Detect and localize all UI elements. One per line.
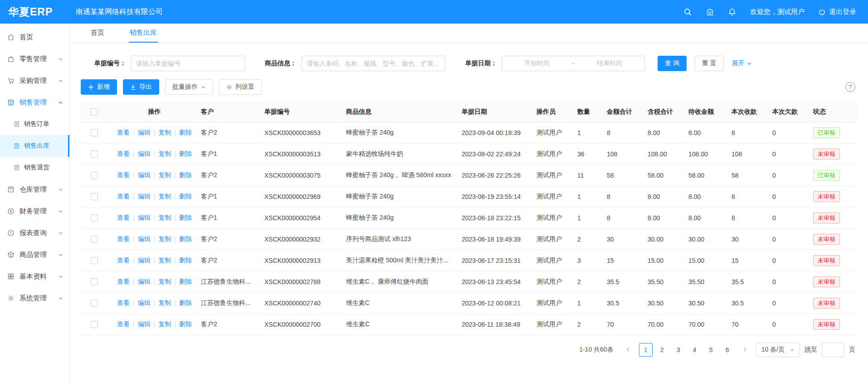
tab-home[interactable]: 首页 [90, 24, 105, 43]
row-action-delete[interactable]: 删除 [179, 278, 192, 285]
row-action-copy[interactable]: 复制 [158, 214, 171, 221]
sidebar-item-report[interactable]: 报表查询 [0, 222, 69, 244]
sidebar-item-sales-return[interactable]: 销售退货 [0, 157, 69, 179]
row-action-view[interactable]: 查看 [117, 193, 130, 200]
logout-button[interactable]: 退出登录 [818, 8, 856, 16]
row-action-view[interactable]: 查看 [117, 299, 130, 306]
row-action-delete[interactable]: 删除 [179, 235, 192, 242]
export-button[interactable]: 导出 [123, 79, 159, 95]
sidebar-item-retail[interactable]: 零售管理 [0, 48, 69, 70]
row-action-copy[interactable]: 复制 [158, 193, 171, 200]
page-button-2[interactable]: 2 [655, 343, 669, 357]
sidebar-item-purchase[interactable]: 采购管理 [0, 70, 69, 92]
jump-page-input[interactable] [822, 343, 844, 357]
prev-page-button[interactable] [622, 343, 634, 357]
row-action-delete[interactable]: 删除 [179, 214, 192, 221]
row-checkbox[interactable] [91, 172, 98, 179]
row-action-edit[interactable]: 编辑 [138, 299, 151, 306]
sidebar-item-basic[interactable]: 基本资料 [0, 266, 69, 287]
sidebar-item-warehouse[interactable]: 仓库管理 [0, 179, 69, 200]
row-action-copy[interactable]: 复制 [158, 278, 171, 285]
row-action-view[interactable]: 查看 [117, 129, 130, 136]
row-checkbox[interactable] [91, 214, 98, 222]
goods-info-input[interactable] [301, 56, 445, 71]
row-action-edit[interactable]: 编辑 [138, 171, 151, 179]
row-action-copy[interactable]: 复制 [158, 171, 171, 179]
sidebar-item-system[interactable]: 系统管理 [0, 287, 69, 309]
page-button-6[interactable]: 6 [721, 343, 734, 357]
row-action-edit[interactable]: 编辑 [138, 193, 151, 200]
document-icon [14, 164, 20, 171]
row-checkbox[interactable] [91, 193, 98, 200]
row-action-edit[interactable]: 编辑 [138, 235, 151, 242]
row-action-edit[interactable]: 编辑 [138, 214, 151, 221]
page-button-4[interactable]: 4 [688, 343, 702, 357]
row-action-edit[interactable]: 编辑 [138, 278, 151, 285]
help-icon[interactable]: ? [845, 82, 855, 92]
amount-cell: 8 [602, 122, 643, 143]
row-checkbox[interactable] [91, 150, 98, 158]
row-action-view[interactable]: 查看 [117, 150, 130, 157]
row-checkbox[interactable] [91, 129, 98, 136]
row-checkbox[interactable] [91, 300, 98, 307]
chevron-down-icon [58, 296, 63, 301]
row-action-view[interactable]: 查看 [117, 320, 130, 328]
select-all-checkbox[interactable] [91, 108, 98, 116]
next-page-button[interactable] [739, 343, 751, 357]
date-range-input[interactable]: 开始时间 ~ 结束时间 [502, 56, 645, 71]
sidebar-item-sales-outbound[interactable]: 销售出库 [0, 135, 69, 157]
row-checkbox[interactable] [91, 257, 98, 264]
bell-icon[interactable] [728, 8, 736, 16]
date-cell: 2023-06-26 22:25:26 [457, 164, 532, 186]
add-button[interactable]: 新增 [81, 79, 117, 95]
column-header-9: 待收金额 [684, 102, 727, 122]
row-action-view[interactable]: 查看 [117, 278, 130, 285]
tab-sales-outbound[interactable]: 销售出库 [129, 24, 158, 43]
bank-icon[interactable] [706, 8, 714, 16]
sidebar-item-sales[interactable]: 销售管理 [0, 92, 69, 113]
row-action-delete[interactable]: 删除 [179, 299, 192, 306]
sidebar-item-goods[interactable]: 商品管理 [0, 244, 69, 266]
row-action-edit[interactable]: 编辑 [138, 129, 151, 136]
row-action-delete[interactable]: 删除 [179, 150, 192, 157]
row-action-copy[interactable]: 复制 [158, 320, 171, 328]
batch-actions-button[interactable]: 批量操作 [165, 79, 213, 95]
row-action-delete[interactable]: 删除 [179, 129, 192, 136]
action-separator: | [154, 193, 156, 200]
row-action-view[interactable]: 查看 [117, 214, 130, 221]
search-button[interactable]: 查 询 [658, 56, 687, 71]
search-icon[interactable] [683, 8, 692, 16]
page-size-select[interactable]: 10 条/页 [756, 343, 800, 357]
row-checkbox[interactable] [91, 321, 98, 328]
column-settings-button[interactable]: 列设置 [219, 79, 262, 95]
row-action-view[interactable]: 查看 [117, 256, 130, 264]
row-action-delete[interactable]: 删除 [179, 256, 192, 264]
action-separator: | [133, 171, 135, 179]
reset-button[interactable]: 重 置 [695, 56, 724, 71]
row-action-delete[interactable]: 删除 [179, 193, 192, 200]
expand-filters-link[interactable]: 展开 [732, 59, 752, 68]
page-button-1[interactable]: 1 [639, 343, 653, 357]
page-button-3[interactable]: 3 [672, 343, 685, 357]
row-action-view[interactable]: 查看 [117, 235, 130, 242]
sidebar-item-finance[interactable]: 财务管理 [0, 200, 69, 222]
row-action-edit[interactable]: 编辑 [138, 150, 151, 157]
bill-no-input[interactable] [131, 56, 245, 71]
table-header-row: 操作客户单据编号商品信息单据日期操作员数量金额合计含税合计待收金额本次收款本次欠… [81, 102, 857, 122]
sidebar-item-home[interactable]: 首页 [0, 26, 69, 48]
row-action-edit[interactable]: 编辑 [138, 320, 151, 328]
row-action-copy[interactable]: 复制 [158, 235, 171, 242]
row-checkbox[interactable] [91, 236, 98, 243]
row-action-copy[interactable]: 复制 [158, 299, 171, 306]
qty-cell: 3 [573, 250, 602, 271]
row-action-copy[interactable]: 复制 [158, 256, 171, 264]
row-action-delete[interactable]: 删除 [179, 171, 192, 179]
row-action-edit[interactable]: 编辑 [138, 256, 151, 264]
row-action-copy[interactable]: 复制 [158, 150, 171, 157]
sidebar-item-sales-order[interactable]: 销售订单 [0, 113, 69, 135]
row-action-copy[interactable]: 复制 [158, 129, 171, 136]
row-action-view[interactable]: 查看 [117, 171, 130, 179]
page-button-5[interactable]: 5 [704, 343, 718, 357]
row-checkbox[interactable] [91, 278, 98, 285]
row-action-delete[interactable]: 删除 [179, 320, 192, 328]
